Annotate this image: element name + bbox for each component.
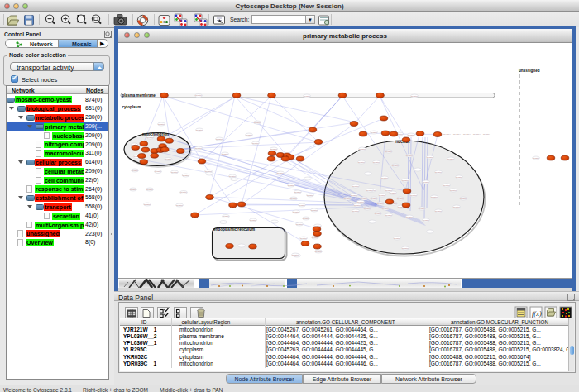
svg-text:Cluster: Cluster bbox=[130, 189, 136, 191]
svg-text:Cluster: Cluster bbox=[435, 171, 442, 174]
svg-text:Cluster: Cluster bbox=[406, 155, 413, 157]
svg-text:Cluster: Cluster bbox=[271, 221, 278, 223]
svg-text:Cluster: Cluster bbox=[171, 171, 178, 174]
svg-text:Cluster: Cluster bbox=[146, 189, 153, 191]
svg-text:Cluster: Cluster bbox=[364, 208, 371, 210]
svg-text:Cluster: Cluster bbox=[195, 147, 202, 150]
svg-text:Cluster: Cluster bbox=[375, 213, 381, 215]
svg-text:Cluster: Cluster bbox=[304, 95, 310, 98]
svg-text:Cluster: Cluster bbox=[254, 122, 261, 124]
svg-text:Cluster: Cluster bbox=[183, 174, 189, 177]
svg-text:Cluster: Cluster bbox=[277, 172, 284, 174]
svg-text:an.GO-x: an.GO-x bbox=[473, 133, 481, 135]
svg-text:Cluster: Cluster bbox=[144, 203, 151, 206]
svg-text:Cluster: Cluster bbox=[252, 142, 259, 145]
svg-text:Cluster: Cluster bbox=[293, 211, 299, 213]
svg-text:Cluster: Cluster bbox=[223, 215, 229, 218]
svg-text:Cluster: Cluster bbox=[382, 208, 389, 210]
svg-text:Cluster: Cluster bbox=[351, 194, 357, 197]
svg-text:Cluster: Cluster bbox=[361, 198, 367, 200]
svg-text:Cluster: Cluster bbox=[373, 161, 380, 164]
svg-text:Cluster: Cluster bbox=[397, 198, 404, 200]
svg-text:Cluster: Cluster bbox=[402, 247, 409, 250]
svg-text:Cluster: Cluster bbox=[292, 254, 299, 256]
svg-text:Cluster: Cluster bbox=[447, 158, 454, 160]
svg-text:Cluster: Cluster bbox=[288, 184, 294, 187]
svg-text:Cluster: Cluster bbox=[300, 237, 307, 240]
svg-text:Cluster: Cluster bbox=[307, 194, 313, 197]
svg-text:Cluster: Cluster bbox=[408, 134, 414, 136]
svg-text:Cluster: Cluster bbox=[180, 191, 187, 194]
svg-text:Cluster: Cluster bbox=[456, 176, 462, 179]
svg-text:Cluster: Cluster bbox=[533, 157, 539, 160]
svg-text:Cluster: Cluster bbox=[294, 191, 301, 194]
svg-text:Cluster: Cluster bbox=[270, 148, 277, 151]
svg-text:Cluster: Cluster bbox=[220, 221, 227, 223]
svg-text:Cluster: Cluster bbox=[411, 95, 418, 98]
svg-text:Cluster: Cluster bbox=[344, 198, 351, 200]
svg-text:an.GO-x: an.GO-x bbox=[483, 133, 491, 135]
svg-text:Cluster: Cluster bbox=[423, 181, 429, 184]
svg-text:Cluster: Cluster bbox=[460, 198, 467, 200]
svg-text:Cluster: Cluster bbox=[206, 173, 213, 175]
svg-text:Cluster: Cluster bbox=[453, 206, 460, 208]
svg-text:cytoplasm: cytoplasm bbox=[122, 105, 141, 109]
svg-text:Cluster: Cluster bbox=[132, 170, 138, 172]
svg-text:Cluster: Cluster bbox=[304, 178, 311, 180]
svg-text:Cluster: Cluster bbox=[365, 173, 371, 175]
svg-text:Cluster: Cluster bbox=[385, 189, 392, 192]
svg-text:Cluster: Cluster bbox=[216, 138, 223, 141]
svg-text:Cluster: Cluster bbox=[394, 237, 400, 240]
svg-text:Cluster: Cluster bbox=[246, 134, 252, 136]
svg-text:Cluster: Cluster bbox=[414, 169, 421, 171]
svg-text:Cluster: Cluster bbox=[358, 161, 365, 164]
svg-text:Cluster: Cluster bbox=[385, 151, 392, 153]
svg-text:Cluster: Cluster bbox=[250, 219, 256, 222]
svg-text:an.GO-x: an.GO-x bbox=[463, 133, 471, 135]
svg-text:Cluster: Cluster bbox=[165, 158, 172, 160]
svg-text:Cluster: Cluster bbox=[427, 231, 433, 233]
svg-text:Cluster: Cluster bbox=[352, 185, 359, 188]
svg-text:Cluster: Cluster bbox=[390, 192, 396, 194]
svg-text:Cluster: Cluster bbox=[435, 210, 442, 213]
svg-text:Cluster: Cluster bbox=[410, 194, 417, 197]
svg-text:Cluster: Cluster bbox=[311, 209, 318, 212]
svg-text:Cluster: Cluster bbox=[406, 216, 413, 218]
svg-text:Cluster: Cluster bbox=[419, 208, 425, 210]
svg-text:endoplasmic reticulum: endoplasmic reticulum bbox=[213, 227, 255, 232]
svg-text:Cluster: Cluster bbox=[312, 237, 318, 239]
svg-text:Cluster: Cluster bbox=[296, 223, 303, 226]
svg-text:unassigned: unassigned bbox=[519, 69, 540, 73]
svg-text:Cluster: Cluster bbox=[379, 194, 385, 197]
svg-text:Cluster: Cluster bbox=[402, 179, 409, 182]
svg-text:Cluster: Cluster bbox=[299, 204, 305, 207]
svg-text:Cluster: Cluster bbox=[423, 219, 429, 222]
svg-text:Cluster: Cluster bbox=[354, 204, 361, 207]
svg-text:an.GO-x: an.GO-x bbox=[443, 133, 452, 135]
svg-text:Cluster: Cluster bbox=[359, 148, 366, 151]
svg-text:Cluster: Cluster bbox=[392, 165, 399, 167]
svg-text:Cluster: Cluster bbox=[450, 189, 457, 192]
svg-text:Cluster: Cluster bbox=[147, 136, 154, 139]
svg-text:Cluster: Cluster bbox=[431, 196, 438, 198]
svg-text:an.GO-x: an.GO-x bbox=[453, 133, 462, 135]
svg-text:Cluster: Cluster bbox=[238, 245, 245, 247]
svg-text:Cluster: Cluster bbox=[290, 198, 297, 200]
svg-text:Cluster: Cluster bbox=[315, 251, 322, 253]
svg-text:Cluster: Cluster bbox=[195, 94, 202, 97]
svg-text:Cluster: Cluster bbox=[155, 170, 161, 173]
svg-text:Cluster: Cluster bbox=[196, 129, 203, 131]
svg-text:Cluster: Cluster bbox=[303, 218, 309, 220]
svg-text:plasma membrane: plasma membrane bbox=[122, 93, 156, 98]
svg-text:Cluster: Cluster bbox=[231, 178, 237, 180]
svg-text:Cluster: Cluster bbox=[369, 221, 376, 223]
svg-text:Cluster: Cluster bbox=[381, 177, 388, 179]
svg-text:Cluster: Cluster bbox=[371, 131, 377, 134]
svg-text:mitochondrion: mitochondrion bbox=[142, 132, 169, 136]
svg-text:Cluster: Cluster bbox=[222, 153, 228, 155]
svg-text:Cluster: Cluster bbox=[427, 156, 433, 159]
svg-text:f(x): f(x) bbox=[532, 309, 542, 318]
svg-text:Cluster: Cluster bbox=[357, 201, 364, 203]
svg-text:Cluster: Cluster bbox=[371, 198, 377, 200]
svg-text:Cluster: Cluster bbox=[366, 189, 373, 192]
